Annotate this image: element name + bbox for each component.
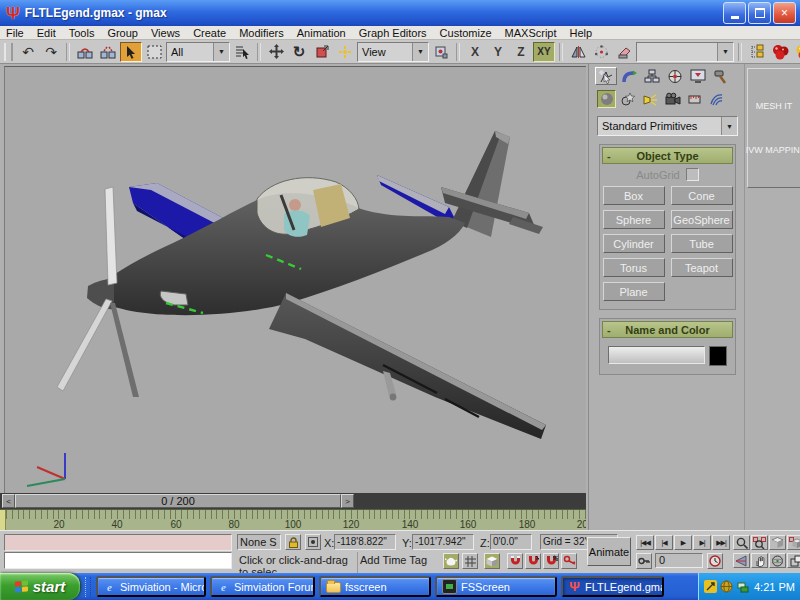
array-icon[interactable] — [590, 42, 612, 62]
mesh-it-button[interactable]: MESH IT — [750, 100, 799, 112]
restrict-y-button[interactable]: Y — [487, 42, 509, 62]
go-to-end-button[interactable]: ▶▶| — [712, 535, 730, 550]
menu-item[interactable]: Help — [570, 27, 593, 39]
primitive-button[interactable]: Sphere — [603, 210, 665, 229]
menu-item[interactable]: Views — [151, 27, 180, 39]
tray-network-icon[interactable] — [736, 580, 749, 593]
track-bar-frame-marker[interactable] — [0, 510, 6, 531]
selection-lock-icon[interactable] — [285, 534, 301, 550]
menu-item[interactable]: Create — [193, 27, 226, 39]
select-by-name-icon[interactable] — [231, 42, 253, 62]
degradation-override-icon[interactable] — [443, 553, 459, 569]
maxscript-mini-listener-white[interactable] — [4, 552, 232, 569]
pan-hand-icon[interactable] — [751, 553, 768, 568]
snap-3d-toggle-icon[interactable] — [507, 553, 523, 569]
primitive-button[interactable]: Torus — [603, 258, 665, 277]
tab-modify[interactable] — [618, 67, 640, 85]
minimize-button[interactable] — [723, 2, 746, 24]
restore-button[interactable] — [748, 2, 771, 24]
time-slider-handle[interactable]: 0 / 200 — [15, 494, 341, 508]
key-mode-toggle-icon[interactable] — [636, 553, 652, 569]
quick-launch-grip[interactable] — [85, 577, 91, 597]
toolbar-grip[interactable] — [4, 43, 13, 61]
smooth-highlight-cube-icon[interactable] — [484, 553, 500, 569]
clock[interactable]: 4:21 PM — [754, 581, 795, 593]
unlink-icon[interactable] — [97, 42, 119, 62]
menu-item[interactable]: File — [6, 27, 24, 39]
select-and-move-icon[interactable] — [265, 42, 287, 62]
close-button[interactable]: × — [773, 2, 796, 24]
primitive-button[interactable]: Cone — [671, 186, 733, 205]
menu-item[interactable]: Modifiers — [239, 27, 284, 39]
subtab-helpers[interactable] — [685, 90, 704, 108]
restrict-xy-plane-button[interactable]: XY — [533, 42, 555, 62]
tab-display[interactable] — [687, 67, 709, 85]
ivw-mapping-button[interactable]: IVW MAPPINI — [740, 144, 800, 156]
subtab-space-warps[interactable] — [707, 90, 726, 108]
start-button[interactable]: start — [0, 573, 80, 600]
previous-frame-button[interactable]: |◀ — [655, 535, 673, 550]
selection-filter-dropdown[interactable]: All ▼ — [166, 42, 230, 62]
redo-icon[interactable]: ↷ — [40, 42, 62, 62]
arc-rotate-icon[interactable] — [769, 553, 786, 568]
tray-alert-icon[interactable] — [704, 580, 717, 593]
select-and-scale-icon[interactable] — [311, 42, 333, 62]
menu-item[interactable]: Animation — [297, 27, 346, 39]
percent-snap-toggle-icon[interactable] — [543, 553, 559, 569]
absolute-offset-toggle-icon[interactable] — [305, 534, 321, 550]
category-dropdown[interactable]: Standard Primitives ▼ — [597, 116, 738, 136]
primitive-button[interactable]: Cylinder — [603, 234, 665, 253]
named-selection-sets-dropdown[interactable]: ▼ — [636, 42, 734, 62]
perspective-viewport[interactable] — [4, 66, 586, 493]
zoom-extents-icon[interactable] — [769, 535, 786, 550]
use-center-icon[interactable] — [430, 42, 452, 62]
track-bar[interactable]: 20406080100120140160180200 — [0, 509, 586, 531]
time-configuration-icon[interactable] — [707, 553, 723, 569]
primitive-button[interactable]: Teapot — [671, 258, 733, 277]
primitive-button[interactable]: Tube — [671, 234, 733, 253]
menu-item[interactable]: MAXScript — [505, 27, 557, 39]
track-view-icon[interactable] — [746, 42, 768, 62]
object-color-swatch[interactable] — [709, 346, 727, 366]
select-object-icon[interactable] — [120, 42, 142, 62]
subtab-cameras[interactable] — [663, 90, 682, 108]
previous-frame-arrow[interactable]: < — [2, 494, 15, 508]
autogrid-checkbox[interactable] — [686, 168, 699, 181]
grid-toggle-icon[interactable] — [462, 553, 478, 569]
material-browser-icon[interactable] — [792, 42, 800, 62]
current-frame-field[interactable]: 0 — [655, 553, 703, 568]
mirror-icon[interactable] — [567, 42, 589, 62]
next-frame-button[interactable]: ▶| — [693, 535, 711, 550]
y-coordinate-field[interactable]: -101'7.942" — [412, 534, 474, 550]
subtab-geometry[interactable] — [597, 90, 616, 108]
primitive-button[interactable]: Box — [603, 186, 665, 205]
min-max-toggle-icon[interactable] — [787, 553, 800, 568]
tab-motion[interactable] — [664, 67, 686, 85]
zoom-icon[interactable] — [733, 535, 750, 550]
taskbar-task-button[interactable]: fsscreen — [319, 576, 431, 597]
select-and-rotate-icon[interactable]: ↻ — [288, 42, 310, 62]
field-of-view-icon[interactable] — [733, 553, 750, 568]
object-name-input[interactable] — [608, 346, 705, 364]
spinner-snap-toggle-icon[interactable] — [561, 553, 577, 569]
tab-create[interactable] — [595, 67, 617, 85]
restrict-x-button[interactable]: X — [464, 42, 486, 62]
material-editor-icon[interactable] — [769, 42, 791, 62]
next-frame-arrow[interactable]: > — [341, 494, 354, 508]
select-and-manipulate-icon[interactable] — [334, 42, 356, 62]
tab-hierarchy[interactable] — [641, 67, 663, 85]
zoom-all-icon[interactable] — [751, 535, 768, 550]
menu-item[interactable]: Tools — [69, 27, 95, 39]
taskbar-task-button[interactable]: e Simviation Forums - ... — [210, 576, 315, 597]
subtab-shapes[interactable] — [619, 90, 638, 108]
z-coordinate-field[interactable]: 0'0.0" — [490, 534, 532, 550]
menu-item[interactable]: Graph Editors — [359, 27, 427, 39]
angle-snap-toggle-icon[interactable] — [525, 553, 541, 569]
taskbar-task-button[interactable]: FSScreen — [435, 576, 557, 597]
taskbar-task-button[interactable]: e Simviation - Microso... — [96, 576, 206, 597]
maxscript-mini-listener-pink[interactable] — [4, 534, 232, 551]
select-and-link-icon[interactable] — [74, 42, 96, 62]
add-time-tag[interactable]: Add Time Tag — [356, 552, 444, 573]
selection-region-icon[interactable] — [143, 42, 165, 62]
menu-item[interactable]: Group — [107, 27, 138, 39]
